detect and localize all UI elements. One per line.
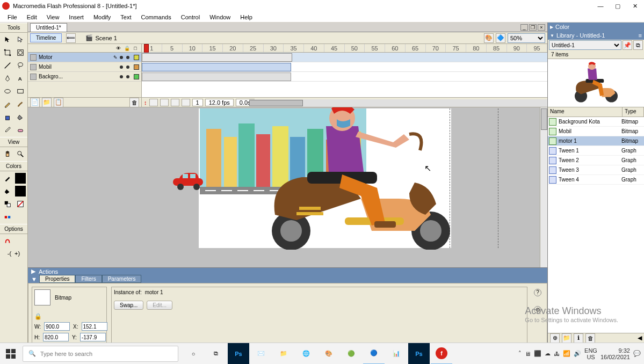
oval-tool[interactable] [2, 85, 13, 97]
delete-layer-button[interactable]: 🗑 [129, 98, 139, 107]
taskbar-search[interactable]: 🔍 Type here to search [23, 346, 178, 362]
taskbar-app-paint[interactable]: 🎨 [318, 343, 339, 365]
panel-menu-icon[interactable]: ≡ [639, 32, 642, 39]
eye-icon[interactable]: 👁 [115, 46, 121, 51]
tray-icon[interactable]: 🖥 [525, 351, 531, 357]
width-input[interactable] [44, 322, 70, 331]
timeline-tab[interactable]: Timeline [30, 33, 62, 42]
tray-volume-icon[interactable]: 🔊 [574, 350, 581, 357]
layer-motor[interactable]: Motor ✎ [28, 53, 141, 62]
edit-multiple-button[interactable] [171, 99, 179, 106]
menu-modify[interactable]: Modify [89, 13, 115, 21]
height-input[interactable] [43, 333, 69, 341]
onion-outline-button[interactable] [160, 99, 169, 106]
option-minus[interactable]: -( [8, 250, 11, 257]
layer-mobil[interactable]: Mobil [28, 62, 141, 72]
taskbar-app-photoshop2[interactable]: Ps [408, 343, 430, 365]
center-frame-icon[interactable]: ↕ [144, 99, 147, 106]
taskbar-app-edge[interactable]: 🌐 [295, 343, 317, 365]
taskbar-app-mail[interactable]: ✉️ [250, 343, 272, 365]
track-background[interactable] [142, 72, 547, 82]
library-item[interactable]: MobilBitmap [548, 127, 644, 136]
task-view-button[interactable]: ⧉ [205, 343, 227, 365]
tray-notifications-icon[interactable]: 💬 [633, 350, 641, 357]
menu-insert[interactable]: Insert [64, 13, 88, 21]
tray-onedrive-icon[interactable]: ☁ [545, 350, 551, 357]
gradient-transform-tool[interactable] [15, 47, 26, 59]
bw-colors[interactable] [2, 198, 13, 210]
scene-label[interactable]: Scene 1 [95, 35, 117, 41]
doc-restore[interactable]: ❐ [529, 24, 537, 31]
new-symbol-button[interactable]: ⊕ [550, 333, 560, 343]
tab-filters[interactable]: Filters [75, 275, 102, 283]
doc-minimize[interactable]: _ [520, 24, 528, 31]
minimize-button[interactable]: — [597, 2, 604, 10]
properties-button[interactable]: ℹ [574, 333, 583, 343]
taskbar-app-flash[interactable]: f [431, 343, 452, 365]
free-transform-tool[interactable] [2, 47, 13, 59]
scroll-left-icon[interactable]: ◀ [638, 334, 642, 341]
library-item[interactable]: Tween 3Graph [548, 165, 644, 175]
lasso-tool[interactable] [15, 60, 26, 71]
menu-window[interactable]: Window [205, 13, 235, 21]
library-item[interactable]: Background KotaBitmap [548, 117, 644, 127]
col-type[interactable]: Type [623, 107, 644, 117]
new-folder-button[interactable]: 📁 [42, 98, 52, 107]
help-icon[interactable]: ? [534, 289, 541, 296]
swap-button[interactable]: Swap... [114, 301, 143, 310]
library-item[interactable]: Tween 1Graph [548, 146, 644, 156]
stage-vertical-scrollbar[interactable] [540, 107, 547, 267]
lock-icon[interactable]: 🔒 [124, 46, 129, 51]
pencil-tool[interactable] [2, 98, 13, 110]
actions-panel-header[interactable]: ▶ Actions [28, 268, 547, 275]
fill-color[interactable] [2, 185, 13, 197]
new-layer-button[interactable]: 📄 [30, 98, 40, 107]
back-button[interactable]: ⟸ [66, 33, 76, 43]
option-plus[interactable]: +) [15, 250, 20, 257]
library-item[interactable]: Tween 4Graph [548, 175, 644, 185]
line-tool[interactable] [2, 60, 13, 71]
taskbar-app-photoshop[interactable]: Ps [228, 343, 249, 365]
pen-tool[interactable] [2, 72, 13, 84]
new-folder-button[interactable]: 📁 [562, 333, 571, 343]
tray-clock[interactable]: 9:3216/02/2021 [600, 347, 630, 360]
stroke-color[interactable] [2, 172, 13, 184]
tab-parameters[interactable]: Parameters [102, 275, 142, 283]
tray-icon[interactable]: ⬛ [534, 350, 541, 357]
text-tool[interactable]: A [15, 72, 26, 84]
frame-column[interactable]: 15101520253035404550556065707580859095 ↕… [142, 44, 547, 107]
track-motor[interactable] [142, 53, 547, 62]
paint-bucket-tool[interactable] [15, 111, 26, 123]
pin-library-button[interactable]: 📌 [623, 40, 632, 50]
taskbar-app-corel[interactable]: 🟢 [341, 343, 362, 365]
tab-properties[interactable]: Properties [39, 275, 76, 283]
library-doc-select[interactable]: Untitled-1 [549, 40, 621, 50]
tray-language[interactable]: ENGUS [584, 347, 597, 360]
color-panel-header[interactable]: ▶ Color [548, 23, 644, 31]
taskbar-app-explorer[interactable]: 📁 [273, 343, 294, 365]
stroke-swatch[interactable] [15, 172, 26, 184]
stage-area[interactable] [28, 107, 547, 267]
library-panel-header[interactable]: ▼ Library - Untitled-1 ≡ [548, 31, 644, 40]
maximize-button[interactable]: ▢ [614, 2, 621, 10]
rectangle-tool[interactable] [15, 85, 26, 97]
swap-colors[interactable] [2, 211, 13, 223]
eyedropper-tool[interactable] [2, 124, 13, 136]
fill-swatch[interactable] [15, 185, 26, 197]
menu-help[interactable]: Help [236, 13, 257, 21]
menu-control[interactable]: Control [177, 13, 204, 21]
layer-background[interactable]: Backgro... [28, 72, 141, 82]
edit-scene-button[interactable]: 🎨 [484, 33, 494, 43]
menu-commands[interactable]: Commands [136, 13, 175, 21]
outline-icon[interactable]: □ [133, 46, 138, 51]
track-mobil[interactable] [142, 62, 547, 72]
close-button[interactable]: ✕ [631, 2, 639, 10]
playhead[interactable] [144, 44, 149, 53]
cortana-button[interactable]: ○ [183, 343, 204, 365]
library-item[interactable]: motor 1Bitmap [548, 136, 644, 146]
taskbar-app-chrome[interactable]: 🔵 [363, 343, 385, 365]
menu-view[interactable]: View [42, 13, 64, 21]
edit-symbol-button[interactable]: 🔷 [496, 33, 505, 43]
lock-icon[interactable]: 🔒 [34, 313, 42, 320]
library-item[interactable]: Tween 2Graph [548, 156, 644, 165]
